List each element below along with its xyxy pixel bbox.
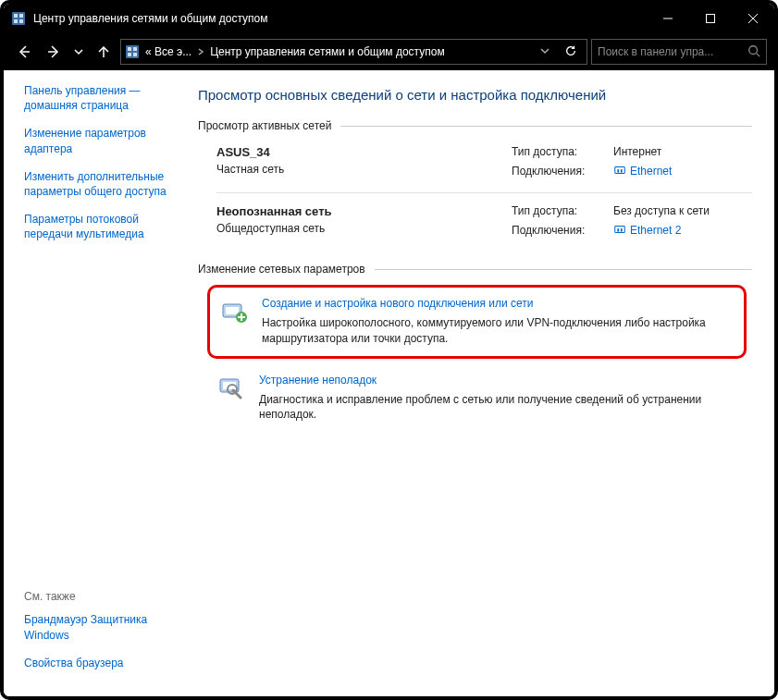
svg-rect-22 <box>615 227 625 233</box>
minimize-button[interactable] <box>647 4 689 33</box>
task-desc: Диагностика и исправление проблем с сеть… <box>259 392 734 424</box>
sidebar-link-firewall[interactable]: Брандмауэр Защитника Windows <box>24 612 179 642</box>
ethernet-icon <box>613 164 626 177</box>
refresh-button[interactable] <box>559 44 583 60</box>
connection-link[interactable]: Ethernet <box>613 164 752 178</box>
recent-dropdown[interactable] <box>70 39 87 65</box>
svg-rect-13 <box>128 47 131 51</box>
network-name: ASUS_34 <box>216 145 493 159</box>
change-settings-section: Изменение сетевых параметров <box>198 263 752 276</box>
address-dropdown[interactable] <box>537 45 553 58</box>
page-heading: Просмотр основных сведений о сети и наст… <box>198 87 752 103</box>
close-button[interactable] <box>732 4 774 33</box>
window: Центр управления сетями и общим доступом <box>0 0 778 700</box>
active-networks-section: Просмотр активных сетей <box>198 119 752 132</box>
access-type-value: Интернет <box>613 145 752 158</box>
active-networks-label: Просмотр активных сетей <box>198 119 331 132</box>
titlebar: Центр управления сетями и общим доступом <box>4 4 774 33</box>
control-panel-icon <box>125 44 140 59</box>
network-category: Общедоступная сеть <box>216 222 493 235</box>
up-button[interactable] <box>91 39 117 65</box>
svg-rect-26 <box>226 307 239 314</box>
svg-rect-21 <box>621 169 623 173</box>
task-title[interactable]: Устранение неполадок <box>259 374 377 387</box>
svg-rect-20 <box>617 169 619 173</box>
troubleshoot-icon <box>216 374 246 403</box>
access-type-value: Без доступа к сети <box>613 204 752 217</box>
see-also-label: См. также <box>24 590 179 603</box>
search-placeholder: Поиск в панели упра... <box>598 45 742 58</box>
search-icon <box>747 44 760 60</box>
network-category: Частная сеть <box>216 163 493 176</box>
forward-button[interactable] <box>41 39 67 65</box>
connections-label: Подключения: <box>512 165 613 178</box>
network-block: ASUS_34 Частная сеть Тип доступа: Интерн… <box>198 136 752 190</box>
divider <box>216 192 752 193</box>
sidebar-home-link[interactable]: Панель управления — домашняя страница <box>24 83 179 113</box>
network-block: Неопознанная сеть Общедоступная сеть Тип… <box>198 195 752 250</box>
connections-label: Подключения: <box>512 224 613 237</box>
chevron-right-icon <box>197 47 204 57</box>
access-type-label: Тип доступа: <box>512 145 613 158</box>
back-button[interactable] <box>11 39 37 65</box>
svg-rect-24 <box>621 228 623 232</box>
ethernet-icon <box>613 223 626 236</box>
sidebar-link-internet-options[interactable]: Свойства браузера <box>24 656 179 670</box>
new-connection-icon <box>219 297 249 326</box>
task-new-connection[interactable]: Создание и настройка нового подключения … <box>207 285 747 359</box>
svg-rect-14 <box>133 47 137 51</box>
navbar: « Все э... Центр управления сетями и общ… <box>4 33 774 70</box>
task-desc: Настройка широкополосного, коммутируемог… <box>262 315 731 347</box>
main: Просмотр основных сведений о сети и наст… <box>189 70 774 696</box>
app-icon <box>11 11 26 26</box>
breadcrumb-prefix[interactable]: « Все э... <box>145 45 191 58</box>
maximize-button[interactable] <box>689 4 732 33</box>
divider <box>375 269 752 270</box>
sidebar-link-sharing-settings[interactable]: Изменить дополнительные параметры общего… <box>24 169 179 199</box>
breadcrumb-current[interactable]: Центр управления сетями и общим доступом <box>210 45 445 58</box>
access-type-label: Тип доступа: <box>512 204 613 217</box>
task-troubleshoot[interactable]: Устранение неполадок Диагностика и испра… <box>207 364 747 433</box>
svg-rect-16 <box>133 53 137 56</box>
svg-rect-2 <box>19 14 23 18</box>
search-input[interactable]: Поиск в панели упра... <box>591 39 767 65</box>
svg-line-18 <box>757 53 760 56</box>
change-settings-label: Изменение сетевых параметров <box>198 263 365 276</box>
svg-rect-23 <box>617 228 619 232</box>
svg-rect-3 <box>14 19 18 23</box>
window-title: Центр управления сетями и общим доступом <box>33 12 647 25</box>
svg-rect-1 <box>14 14 18 18</box>
network-name: Неопознанная сеть <box>216 204 493 218</box>
task-title[interactable]: Создание и настройка нового подключения … <box>262 297 534 310</box>
svg-rect-4 <box>19 19 23 23</box>
svg-point-17 <box>749 45 758 54</box>
sidebar-link-media-streaming[interactable]: Параметры потоковой передачи мультимедиа <box>24 212 179 241</box>
sidebar-link-adapter-settings[interactable]: Изменение параметров адаптера <box>24 126 179 155</box>
connection-link[interactable]: Ethernet 2 <box>613 223 752 237</box>
svg-rect-6 <box>707 15 715 23</box>
address-bar[interactable]: « Все э... Центр управления сетями и общ… <box>120 39 587 65</box>
sidebar: Панель управления — домашняя страница Из… <box>4 70 189 696</box>
svg-rect-15 <box>128 53 131 56</box>
divider <box>340 126 752 127</box>
svg-rect-19 <box>615 167 625 174</box>
body: Панель управления — домашняя страница Из… <box>4 70 774 696</box>
